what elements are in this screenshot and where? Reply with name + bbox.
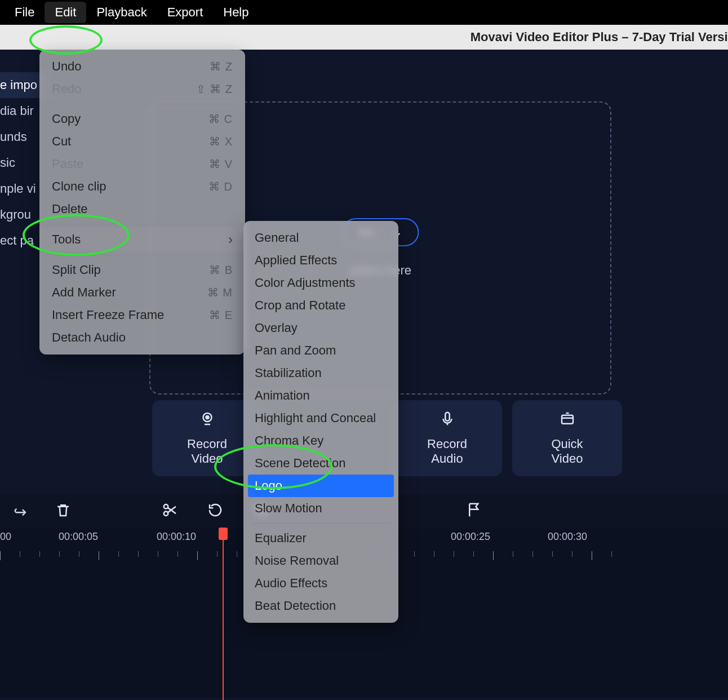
playhead-handle[interactable] (219, 528, 228, 540)
edit-menu: Undo⌘ ZRedo⇧ ⌘ ZCopy⌘ CCut⌘ XPaste⌘ VClo… (39, 50, 245, 355)
edit-menu-item-delete[interactable]: Delete (39, 198, 245, 220)
sidebar-item-music[interactable]: sic (0, 150, 44, 176)
time-label: 00:00:25 (451, 531, 490, 543)
edit-menu-item-insert-freeze-frame[interactable]: Insert Freeze Frame⌘ E (39, 304, 245, 326)
microphone-icon (439, 410, 456, 431)
quick-video-icon (559, 410, 576, 431)
redo-icon[interactable]: ↪ (14, 503, 26, 521)
menu-file[interactable]: File (5, 2, 45, 23)
rotate-icon[interactable] (207, 502, 224, 522)
edit-menu-item-copy[interactable]: Copy⌘ C (39, 108, 245, 130)
playhead-line[interactable] (223, 540, 224, 700)
edit-menu-item-detach-audio[interactable]: Detach Audio (39, 326, 245, 349)
tools-menu-item-animation[interactable]: Animation (243, 384, 398, 407)
workspace: e impo dia bir unds sic nple vi kgrou ec… (0, 50, 728, 700)
edit-menu-item-paste[interactable]: Paste⌘ V (39, 153, 245, 175)
sidebar-item-effect-packages[interactable]: ect pa (0, 228, 44, 254)
tools-menu-item-beat-detection[interactable]: Beat Detection (243, 595, 398, 617)
time-label: 00 (0, 531, 11, 543)
quick-video-label: Quick Video (551, 437, 583, 466)
tools-menu-item-color-adjustments[interactable]: Color Adjustments (243, 272, 398, 294)
menu-export[interactable]: Export (157, 2, 214, 23)
tools-menu-item-slow-motion[interactable]: Slow Motion (243, 497, 398, 520)
menu-edit[interactable]: Edit (45, 2, 86, 23)
tools-menu-item-overlay[interactable]: Overlay (243, 317, 398, 339)
edit-menu-item-split-clip[interactable]: Split Clip⌘ B (39, 259, 245, 281)
window-title: Movavi Video Editor Plus – 7-Day Trial V… (470, 30, 728, 45)
menu-playback[interactable]: Playback (86, 2, 157, 23)
tools-submenu: GeneralApplied EffectsColor AdjustmentsC… (243, 221, 398, 623)
tools-menu-item-equalizer[interactable]: Equalizer (243, 527, 398, 550)
tools-menu-item-applied-effects[interactable]: Applied Effects (243, 249, 398, 272)
record-audio-button[interactable]: Record Audio (392, 400, 502, 476)
scissors-icon[interactable] (162, 502, 179, 522)
edit-menu-item-redo[interactable]: Redo⇧ ⌘ Z (39, 78, 245, 100)
edit-menu-item-undo[interactable]: Undo⌘ Z (39, 55, 245, 78)
trash-icon[interactable] (55, 502, 72, 522)
edit-menu-item-cut[interactable]: Cut⌘ X (39, 130, 245, 153)
svg-point-1 (206, 416, 208, 419)
tools-menu-item-general[interactable]: General (243, 227, 398, 249)
tools-menu-item-scene-detection[interactable]: Scene Detection (243, 452, 398, 475)
record-audio-label: Record Audio (427, 437, 467, 466)
edit-menu-item-tools[interactable]: Tools› (39, 228, 245, 251)
menubar: File Edit Playback Export Help (0, 0, 728, 25)
sidebar-item-import[interactable]: e impo (0, 72, 44, 98)
tools-menu-item-chroma-key[interactable]: Chroma Key (243, 429, 398, 452)
time-label: 00:00:10 (157, 531, 196, 543)
svg-rect-3 (562, 415, 573, 424)
sidebar-item-sample-video[interactable]: nple vi (0, 176, 44, 202)
tools-menu-item-pan-and-zoom[interactable]: Pan and Zoom (243, 339, 398, 362)
tools-menu-item-noise-removal[interactable]: Noise Removal (243, 550, 398, 572)
titlebar: Movavi Video Editor Plus – 7-Day Trial V… (0, 25, 728, 50)
svg-rect-2 (445, 413, 450, 421)
edit-menu-item-clone-clip[interactable]: Clone clip⌘ D (39, 175, 245, 198)
tools-menu-item-logo[interactable]: Logo (248, 475, 394, 497)
menu-help[interactable]: Help (213, 2, 259, 23)
edit-menu-item-add-marker[interactable]: Add Marker⌘ M (39, 281, 245, 304)
sidebar-item-backgrounds[interactable]: kgrou (0, 202, 44, 228)
tools-menu-item-stabilization[interactable]: Stabilization (243, 362, 398, 384)
tools-menu-item-audio-effects[interactable]: Audio Effects (243, 572, 398, 595)
quick-video-button[interactable]: Quick Video (512, 400, 622, 476)
tools-menu-item-highlight-and-conceal[interactable]: Highlight and Conceal (243, 407, 398, 429)
time-label: 00:00:05 (59, 531, 98, 543)
webcam-icon (199, 410, 216, 431)
sidebar-item-sounds[interactable]: unds (0, 124, 44, 150)
tools-menu-item-crop-and-rotate[interactable]: Crop and Rotate (243, 294, 398, 317)
flag-icon[interactable] (466, 502, 483, 522)
sidebar: e impo dia bir unds sic nple vi kgrou ec… (0, 50, 44, 484)
sidebar-item-media-bin[interactable]: dia bir (0, 98, 44, 124)
record-video-label: Record Video (187, 437, 227, 466)
time-label: 00:00:30 (548, 531, 587, 543)
